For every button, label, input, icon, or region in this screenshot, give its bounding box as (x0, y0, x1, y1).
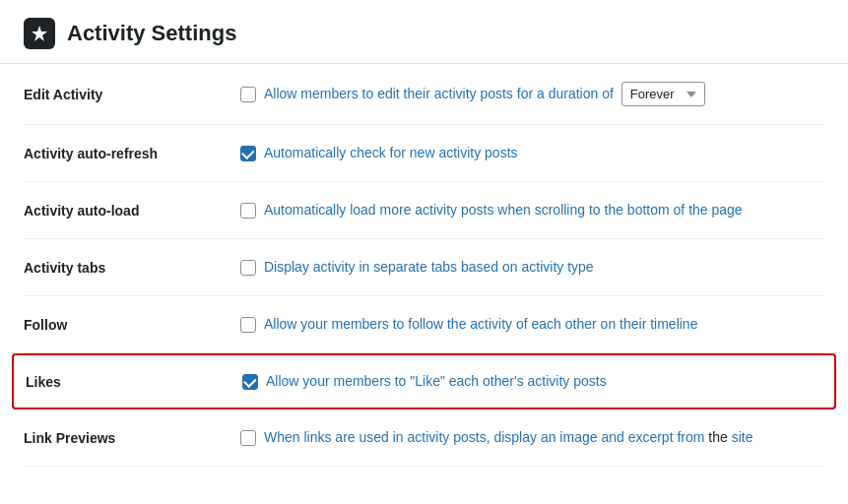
activity-tabs-checkbox[interactable] (240, 260, 256, 276)
activity-auto-refresh-description: Automatically check for new activity pos… (264, 143, 518, 163)
edit-activity-row: Edit Activity Allow members to edit thei… (24, 64, 824, 125)
edit-activity-control: Allow members to edit their activity pos… (240, 82, 824, 106)
activity-tabs-control: Display activity in separate tabs based … (240, 257, 824, 278)
activity-auto-refresh-checkbox[interactable] (240, 146, 256, 161)
link-previews-row: Link Previews When links are used in act… (24, 410, 824, 467)
follow-control: Allow your members to follow the activit… (240, 314, 824, 335)
link-previews-control: When links are used in activity posts, d… (240, 427, 824, 448)
activity-tabs-row: Activity tabs Display activity in separa… (24, 239, 824, 296)
duration-select[interactable]: Forever 1 hour 6 hours 24 hours 1 week (621, 82, 705, 106)
likes-control: Allow your members to "Like" each other'… (242, 371, 822, 392)
likes-row: Likes Allow your members to "Like" each … (12, 353, 836, 410)
header-icon (24, 18, 55, 49)
activity-auto-load-row: Activity auto-load Automatically load mo… (24, 182, 824, 239)
settings-table: Edit Activity Allow members to edit thei… (0, 64, 848, 467)
activity-auto-load-description: Automatically load more activity posts w… (264, 200, 743, 220)
link-previews-label: Link Previews (24, 430, 240, 446)
link-previews-checkbox[interactable] (240, 430, 256, 446)
activity-auto-refresh-row: Activity auto-refresh Automatically chec… (24, 125, 824, 182)
page-title: Activity Settings (67, 21, 236, 46)
follow-label: Follow (24, 317, 240, 333)
activity-auto-load-control: Automatically load more activity posts w… (240, 200, 824, 220)
likes-label: Likes (26, 374, 242, 390)
page-header: Activity Settings (0, 0, 848, 64)
activity-auto-refresh-label: Activity auto-refresh (24, 146, 240, 161)
likes-description: Allow your members to "Like" each other'… (266, 371, 607, 392)
follow-checkbox[interactable] (240, 317, 256, 333)
edit-activity-description: Allow members to edit their activity pos… (264, 84, 614, 104)
activity-tabs-description: Display activity in separate tabs based … (264, 257, 594, 278)
activity-auto-refresh-control: Automatically check for new activity pos… (240, 143, 824, 163)
likes-checkbox[interactable] (242, 374, 258, 390)
activity-auto-load-label: Activity auto-load (24, 203, 240, 219)
follow-row: Follow Allow your members to follow the … (24, 296, 824, 353)
follow-description: Allow your members to follow the activit… (264, 314, 697, 335)
activity-auto-load-checkbox[interactable] (240, 203, 256, 219)
link-previews-description: When links are used in activity posts, d… (264, 427, 752, 448)
activity-tabs-label: Activity tabs (24, 260, 240, 276)
edit-activity-label: Edit Activity (24, 87, 240, 102)
edit-activity-checkbox[interactable] (240, 87, 256, 102)
